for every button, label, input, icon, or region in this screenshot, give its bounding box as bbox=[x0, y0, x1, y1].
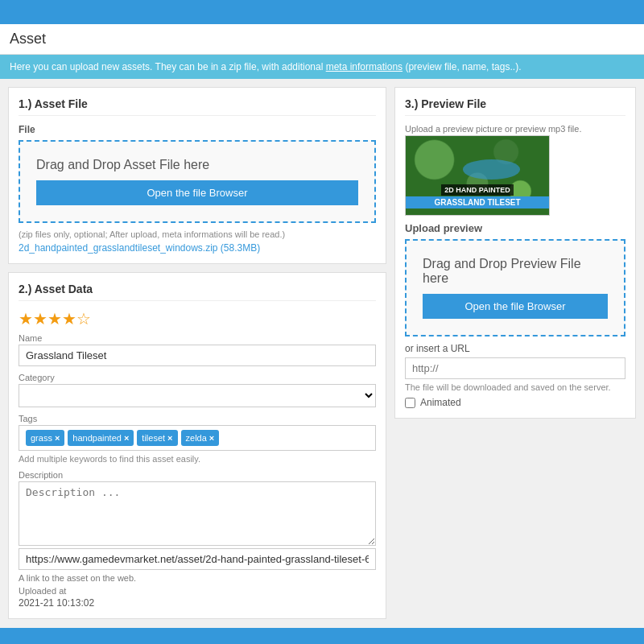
uploaded-label: Uploaded at bbox=[19, 586, 376, 596]
asset-rating: ★★★★☆ bbox=[19, 309, 376, 328]
asset-file-section-title: 1.) Asset File bbox=[19, 97, 376, 116]
info-bar: Here you can upload new assets. They can… bbox=[0, 55, 644, 79]
asset-data-section-title: 2.) Asset Data bbox=[19, 283, 376, 301]
info-text: Here you can upload new assets. They can… bbox=[10, 61, 323, 72]
meta-info-link[interactable]: meta informations bbox=[326, 61, 402, 72]
file-label: File bbox=[19, 124, 376, 135]
asset-drop-text: Drag and Drop Asset File here bbox=[36, 158, 358, 172]
top-bar bbox=[0, 0, 644, 24]
animated-row: Animated bbox=[405, 397, 625, 408]
left-panel: 1.) Asset File File Drag and Drop Asset … bbox=[8, 87, 386, 619]
page-title-bar: Asset bbox=[0, 24, 644, 55]
tag-zelda: zelda × bbox=[181, 430, 220, 446]
asset-url-input[interactable] bbox=[19, 548, 376, 570]
preview-drop-zone[interactable]: Drag and Drop Preview File here Open the… bbox=[405, 239, 625, 336]
name-label: Name bbox=[19, 333, 376, 343]
tag-tileset-remove[interactable]: × bbox=[167, 433, 172, 443]
preview-url-input[interactable] bbox=[405, 357, 625, 379]
preview-water bbox=[463, 159, 520, 180]
animated-checkbox[interactable] bbox=[405, 398, 415, 408]
right-panel: 3.) Preview File Upload a preview pictur… bbox=[394, 87, 636, 619]
preview-badge: 2D HAND PAINTED bbox=[441, 184, 513, 196]
tag-zelda-remove[interactable]: × bbox=[209, 433, 214, 443]
preview-overlay: 2D HAND PAINTED GRASSLAND TILESET bbox=[406, 183, 549, 208]
tag-handpainted: handpainted × bbox=[68, 430, 134, 446]
main-content: 1.) Asset File File Drag and Drop Asset … bbox=[0, 79, 644, 627]
uploaded-value: 2021-21 10:13:02 bbox=[19, 597, 376, 609]
asset-name-input[interactable] bbox=[19, 345, 376, 366]
tag-grass-remove[interactable]: × bbox=[55, 433, 60, 443]
url-download-note: The file will be downloaded and saved on… bbox=[405, 382, 625, 392]
tag-handpainted-remove[interactable]: × bbox=[124, 433, 129, 443]
asset-file-section: 1.) Asset File File Drag and Drop Asset … bbox=[8, 87, 386, 264]
preview-drop-text: Drag and Drop Preview File here bbox=[423, 257, 608, 286]
preview-section-title: 3.) Preview File bbox=[405, 97, 625, 116]
asset-open-browser-button[interactable]: Open the file Browser bbox=[36, 180, 358, 205]
preview-image: 2D HAND PAINTED GRASSLAND TILESET bbox=[405, 135, 550, 216]
preview-open-browser-button[interactable]: Open the file Browser bbox=[423, 294, 608, 319]
bottom-bar bbox=[0, 628, 644, 644]
tag-tileset: tileset × bbox=[137, 430, 177, 446]
preview-section: 3.) Preview File Upload a preview pictur… bbox=[394, 87, 636, 419]
asset-data-section: 2.) Asset Data ★★★★☆ Name Category Tags … bbox=[8, 272, 386, 619]
preview-title: GRASSLAND TILESET bbox=[406, 196, 549, 208]
preview-description: Upload a preview picture or preview mp3 … bbox=[405, 124, 625, 134]
tags-hint: Add multiple keywords to find this asset… bbox=[19, 454, 376, 464]
upload-preview-label: Upload preview bbox=[405, 222, 625, 234]
asset-file-link[interactable]: 2d_handpainted_grasslandtileset_windows.… bbox=[19, 242, 376, 254]
tag-grass: grass × bbox=[26, 430, 64, 446]
animated-label: Animated bbox=[420, 397, 461, 408]
tags-container: grass × handpainted × tileset × zelda × bbox=[19, 425, 376, 451]
info-text-end: (preview file, name, tags..). bbox=[405, 61, 521, 72]
asset-file-note: (zip files only, optional; After upload,… bbox=[19, 229, 376, 239]
asset-drop-zone[interactable]: Drag and Drop Asset File here Open the f… bbox=[19, 140, 376, 223]
description-input[interactable] bbox=[19, 481, 376, 546]
category-label: Category bbox=[19, 373, 376, 382]
asset-category-select[interactable] bbox=[19, 384, 376, 407]
url-hint: A link to the asset on the web. bbox=[19, 573, 376, 583]
page-title: Asset bbox=[10, 31, 634, 47]
description-label: Description bbox=[19, 470, 376, 480]
or-insert-url-label: or insert a URL bbox=[405, 343, 625, 354]
tags-label: Tags bbox=[19, 414, 376, 423]
